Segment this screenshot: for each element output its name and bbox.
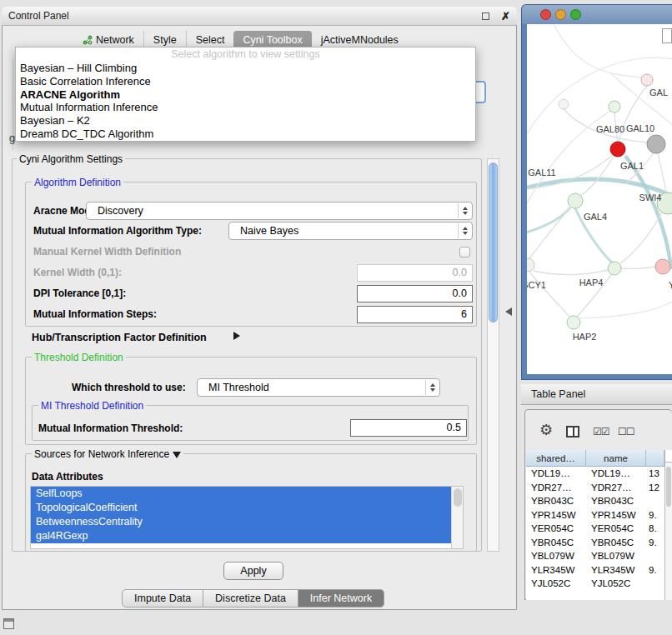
aracne-mode-combo[interactable]: Discovery (86, 202, 473, 220)
dropdown-item-basic-correlation-inference[interactable]: Basic Correlation Inference (16, 75, 475, 88)
node-label: GAL4 (584, 212, 607, 222)
dropdown-item-mutual-information-inference[interactable]: Mutual Information Inference (16, 101, 475, 114)
tab-style[interactable]: Style (143, 31, 186, 48)
network-titlebar[interactable] (522, 5, 672, 24)
dropdown-item-bayesian-k2[interactable]: Bayesian – K2 (16, 114, 475, 128)
which-threshold-combo[interactable]: MI Threshold (197, 378, 440, 397)
attribute-item-gal4rgexp[interactable]: gal4RGexp (31, 529, 451, 543)
table-cell: 9. (646, 538, 664, 548)
node-label: Y (669, 280, 672, 290)
data-table[interactable]: shared…name YDL19…YDL19…13YDR27…YDR27…12… (526, 450, 664, 600)
desktop: Control Panel ✗ NetworkStyleSelectCyni T… (0, 0, 672, 635)
dropdown-item-bayesian-hill-climbing[interactable]: Bayesian – Hill Climbing (16, 62, 475, 75)
splitter-collapse-icon[interactable] (505, 308, 512, 316)
panel-dock-icon[interactable] (3, 618, 14, 629)
network-node[interactable] (641, 74, 653, 86)
which-threshold-value: MI Threshold (208, 382, 269, 393)
table-row[interactable]: YBL079WYBL079W (526, 549, 664, 563)
bottom-tab-discretize-data[interactable]: Discretize Data (203, 589, 298, 608)
close-traffic-light[interactable] (540, 9, 551, 20)
table-cell: YBR045C (586, 538, 646, 548)
header-cell-extra[interactable] (646, 450, 664, 466)
float-window-icon[interactable] (482, 12, 489, 20)
bottom-tab-infer-network[interactable]: Infer Network (298, 589, 384, 608)
tab-cyni-toolbox[interactable]: Cyni Toolbox (233, 31, 311, 48)
table-panel-titlebar[interactable]: Table Panel (521, 384, 672, 405)
manual-kernel-checkbox[interactable] (459, 247, 470, 258)
list-scrollbar-thumb[interactable] (454, 488, 462, 507)
table-row[interactable]: YDR27…YDR27…12 (526, 481, 664, 495)
node-label: GAL11 (528, 168, 555, 178)
overview-box[interactable] (662, 28, 672, 43)
table-cell: YPR145W (586, 510, 646, 520)
tab-select[interactable]: Select (186, 31, 234, 48)
tab-label: Style (153, 34, 177, 46)
list-scrollbar[interactable] (451, 487, 463, 548)
settings-scrollbar[interactable] (487, 158, 499, 552)
collapse-arrow-icon[interactable] (173, 452, 181, 458)
select-all-columns-icon[interactable]: ☑☑ (593, 426, 609, 438)
table-row[interactable]: YJL052CYJL052C (526, 577, 664, 591)
expand-arrow-icon[interactable] (233, 332, 240, 340)
sources-legend[interactable]: Sources for Network Inference (32, 448, 183, 460)
data-attributes-label: Data Attributes (32, 471, 103, 482)
bottom-tab-impute-data[interactable]: Impute Data (122, 589, 203, 608)
control-panel-titlebar[interactable]: Control Panel ✗ (2, 7, 517, 26)
apply-button[interactable]: Apply (223, 562, 283, 580)
node-label: GAL1 (620, 161, 644, 171)
dpi-tolerance-field[interactable]: 0.0 (357, 285, 473, 302)
mi-steps-field[interactable]: 6 (357, 306, 473, 323)
scrollbar-thumb[interactable] (489, 162, 498, 322)
network-node[interactable] (527, 258, 534, 272)
attribute-item-betweennesscentrality[interactable]: BetweennessCentrality (31, 515, 451, 529)
network-edge (529, 208, 570, 259)
bottom-tab-bar: Impute DataDiscretize DataInfer Network (122, 589, 384, 608)
network-node[interactable] (608, 262, 621, 275)
network-node[interactable] (655, 259, 670, 274)
dropdown-item-aracne-algorithm[interactable]: ARACNE Algorithm (16, 88, 475, 102)
node-label: SWI4 (639, 192, 662, 202)
table-header: shared…name (526, 450, 664, 467)
gear-icon[interactable]: ⚙ (539, 422, 553, 438)
tab-network[interactable]: Network (73, 31, 143, 48)
deselect-all-columns-icon[interactable]: ☐☐ (618, 426, 634, 438)
mi-threshold-field[interactable]: 0.5 (350, 419, 467, 437)
network-node[interactable] (609, 101, 620, 112)
kernel-width-field[interactable]: 0.0 (357, 264, 473, 282)
table-row[interactable]: YLR345WYLR345W9. (526, 563, 664, 578)
attribute-item-selfloops[interactable]: SelfLoops (31, 487, 451, 501)
table-row[interactable]: YDL19…YDL19…13 (526, 467, 664, 481)
sources-legend-text: Sources for Network Inference (34, 448, 169, 460)
table-panel-title: Table Panel (531, 388, 585, 400)
header-cell-shared[interactable]: shared… (526, 450, 586, 466)
network-node[interactable] (647, 135, 665, 153)
tab-jactivemnodules[interactable]: jActiveMNodules (312, 31, 408, 48)
aracne-mode-value: Discovery (98, 205, 143, 217)
table-cell: 9. (646, 510, 664, 520)
table-row[interactable]: YER054CYER054C8. (526, 522, 664, 536)
table-row[interactable]: YBR043CYBR043C (526, 494, 664, 508)
table-scrollbar-button[interactable] (665, 450, 672, 462)
table-scrollbar-thumb[interactable] (666, 467, 671, 507)
table-row[interactable]: YBR045CYBR045C9. (526, 536, 664, 550)
dropdown-item-dream8-dc-tdc-algorithm[interactable]: Dream8 DC_TDC Algorithm (16, 128, 475, 141)
attribute-item-topologicalcoefficient[interactable]: TopologicalCoefficient (31, 501, 451, 515)
minimize-traffic-light[interactable] (555, 9, 566, 20)
network-node[interactable] (567, 316, 580, 329)
table-row[interactable]: YPR145WYPR145W9. (526, 508, 664, 522)
close-icon[interactable]: ✗ (501, 11, 510, 22)
network-node[interactable] (568, 193, 583, 208)
columns-icon[interactable] (566, 426, 579, 438)
network-node[interactable] (610, 142, 625, 157)
zoom-traffic-light[interactable] (570, 9, 581, 20)
node-label: HAP4 (579, 278, 604, 288)
table-scrollbar[interactable] (664, 450, 672, 600)
network-node[interactable] (559, 99, 569, 109)
header-cell-name[interactable]: name (586, 450, 646, 466)
hub-definition-label[interactable]: Hub/Transcription Factor Definition (32, 332, 207, 343)
mi-type-combo[interactable]: Naive Bayes (228, 222, 473, 240)
table-cell: YBR043C (526, 496, 586, 506)
table-cell: YJL052C (526, 578, 586, 588)
attribute-list[interactable]: SelfLoopsTopologicalCoefficientBetweenne… (30, 486, 464, 549)
network-canvas[interactable]: GALGAL80GAL10GAL11GAL1SWI4GAL4GCY1HAP4YH… (527, 24, 672, 374)
